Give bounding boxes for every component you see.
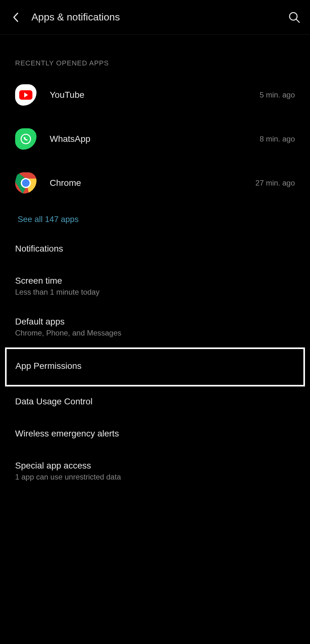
youtube-icon [15,84,37,106]
app-row-youtube[interactable]: YouTube 5 min. ago [15,73,295,117]
page-title: Apps & notifications [31,11,288,23]
setting-screen-time[interactable]: Screen time Less than 1 minute today [15,266,295,307]
setting-data-usage[interactable]: Data Usage Control [15,386,295,419]
header: Apps & notifications [0,0,310,35]
setting-default-apps[interactable]: Default apps Chrome, Phone, and Messages [15,307,295,347]
svg-point-5 [22,179,30,187]
app-name: Chrome [50,178,256,188]
app-row-chrome[interactable]: Chrome 27 min. ago [15,161,295,205]
app-time: 27 min. ago [256,179,295,187]
svg-line-1 [296,19,299,22]
setting-wireless-alerts[interactable]: Wireless emergency alerts [15,419,295,451]
content: RECENTLY OPENED APPS YouTube 5 min. ago … [0,35,310,491]
app-name: WhatsApp [50,134,260,144]
whatsapp-icon [15,128,37,150]
app-name: YouTube [50,90,260,100]
chrome-icon [15,172,37,194]
back-button[interactable] [9,11,22,24]
setting-title: App Permissions [15,361,295,371]
setting-title: Special app access [15,461,295,471]
section-header: RECENTLY OPENED APPS [15,35,295,73]
see-all-apps-link[interactable]: See all 147 apps [15,205,295,234]
search-icon [288,11,301,24]
setting-title: Default apps [15,317,295,327]
setting-special-access[interactable]: Special app access 1 app can use unrestr… [15,451,295,491]
setting-subtitle: Less than 1 minute today [15,288,295,297]
setting-subtitle: Chrome, Phone, and Messages [15,329,295,337]
search-button[interactable] [288,11,301,24]
setting-title: Wireless emergency alerts [15,429,295,439]
chevron-left-icon [13,12,19,23]
setting-title: Screen time [15,276,295,286]
setting-title: Notifications [15,244,295,254]
setting-app-permissions[interactable]: App Permissions [5,347,305,386]
setting-subtitle: 1 app can use unrestricted data [15,473,295,481]
app-row-whatsapp[interactable]: WhatsApp 8 min. ago [15,117,295,161]
setting-title: Data Usage Control [15,397,295,407]
app-time: 5 min. ago [260,91,295,99]
setting-notifications[interactable]: Notifications [15,234,295,266]
app-time: 8 min. ago [260,135,295,143]
